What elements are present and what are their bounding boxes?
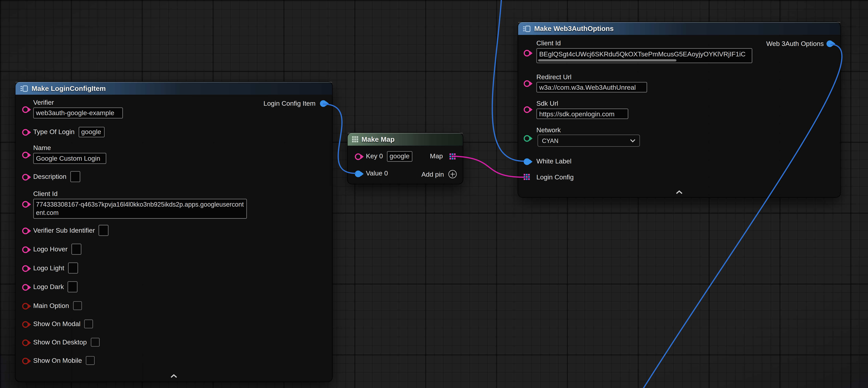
verifier-sub-identifier-input[interactable]: [99, 225, 109, 236]
redirect-url-input[interactable]: w3a://com.w3a.Web3AuthUnreal: [536, 82, 647, 92]
show-on-modal-pin[interactable]: [22, 321, 29, 328]
network-label: Network: [536, 126, 561, 134]
type-of-login-label: Type Of Login: [33, 128, 75, 136]
client-id-scrollbar[interactable]: [538, 59, 676, 61]
show-on-desktop-pin[interactable]: [22, 339, 29, 346]
name-label: Name: [33, 144, 106, 152]
chevron-down-icon: [630, 139, 636, 142]
node-make-web3auth-options[interactable]: Make Web3AuthOptions Client Id BEglQSgt4…: [518, 22, 840, 197]
logo-hover-input[interactable]: [71, 244, 82, 255]
verifier-label: Verifier: [33, 98, 123, 106]
show-on-modal-label: Show On Modal: [33, 320, 81, 328]
node-header[interactable]: Make LoginConfigItem: [16, 82, 332, 95]
show-on-mobile-label: Show On Mobile: [33, 357, 82, 364]
collapse-chevron-icon[interactable]: [676, 187, 683, 197]
main-option-label: Main Option: [33, 302, 69, 309]
key-0-input[interactable]: google: [387, 151, 412, 161]
white-label-pin[interactable]: [524, 158, 530, 165]
logo-hover-pin[interactable]: [22, 246, 29, 253]
login-config-pin[interactable]: [524, 174, 530, 180]
node-title: Make Web3AuthOptions: [534, 25, 614, 32]
login-config-item-output-label: Login Config Item: [264, 100, 315, 108]
verifier-sub-identifier-pin[interactable]: [22, 228, 29, 234]
add-pin-label: Add pin: [422, 171, 444, 178]
client-id-label: Client Id: [536, 39, 752, 47]
redirect-url-pin[interactable]: [524, 80, 530, 87]
key-0-pin[interactable]: [355, 153, 362, 160]
logo-hover-label: Logo Hover: [33, 245, 68, 253]
show-on-desktop-label: Show On Desktop: [33, 338, 87, 346]
sdk-url-pin[interactable]: [524, 106, 530, 113]
key-0-label: Key 0: [366, 152, 383, 160]
verifier-sub-identifier-label: Verifier Sub Identifier: [33, 227, 95, 234]
node-header[interactable]: Make Web3AuthOptions: [518, 22, 840, 35]
login-config-label: Login Config: [536, 173, 574, 181]
name-pin[interactable]: [22, 152, 29, 158]
client-id-label: Client Id: [33, 190, 247, 198]
white-label-label: White Label: [536, 157, 571, 165]
type-of-login-input[interactable]: google: [79, 126, 104, 137]
type-of-login-pin[interactable]: [22, 129, 29, 136]
client-id-pin[interactable]: [524, 50, 530, 57]
node-title: Make Map: [362, 136, 395, 143]
logo-light-label: Logo Light: [33, 264, 64, 272]
client-id-input[interactable]: BEglQSgt4cUWcj6SKRdu5QkOXTsePmMcusG5EAoy…: [536, 48, 752, 63]
map-container-icon: [352, 136, 358, 142]
web3auth-options-output-label: Web 3Auth Options: [766, 40, 824, 48]
network-dropdown[interactable]: CYAN: [537, 135, 640, 147]
wire-map-to-login-config[interactable]: [452, 156, 524, 177]
map-output-pin[interactable]: [450, 153, 456, 159]
make-struct-icon: [523, 25, 531, 32]
main-option-checkbox[interactable]: [73, 301, 82, 310]
name-input[interactable]: Google Custom Login: [33, 153, 106, 164]
description-label: Description: [33, 173, 67, 180]
network-pin[interactable]: [524, 135, 530, 142]
blueprint-graph-canvas[interactable]: Make LoginConfigItem Verifier web3auth-g…: [0, 0, 868, 388]
verifier-pin[interactable]: [22, 106, 29, 113]
logo-dark-input[interactable]: [68, 281, 78, 292]
logo-light-input[interactable]: [68, 262, 78, 273]
map-output-label: Map: [430, 152, 443, 160]
client-id-input[interactable]: 774338308167-q463s7kpvja16l4l0kko3nb925i…: [33, 199, 247, 219]
node-make-login-config-item[interactable]: Make LoginConfigItem Verifier web3auth-g…: [16, 82, 332, 382]
node-header[interactable]: Make Map: [348, 133, 463, 146]
value-0-label: Value 0: [366, 169, 388, 177]
node-make-map[interactable]: Make Map Key 0 google Value 0 Map Add pi…: [348, 133, 463, 184]
web3auth-options-output-pin[interactable]: [827, 40, 833, 47]
client-id-pin[interactable]: [22, 201, 29, 208]
logo-dark-label: Logo Dark: [33, 283, 64, 291]
collapse-chevron-icon[interactable]: [170, 370, 178, 381]
node-title: Make LoginConfigItem: [32, 84, 106, 92]
show-on-mobile-checkbox[interactable]: [86, 356, 95, 365]
description-pin[interactable]: [22, 174, 29, 181]
show-on-modal-checkbox[interactable]: [84, 320, 93, 328]
make-struct-icon: [20, 85, 28, 92]
redirect-url-label: Redirect Url: [536, 73, 647, 81]
logo-light-pin[interactable]: [22, 265, 29, 272]
login-config-item-output-pin[interactable]: [320, 100, 327, 107]
sdk-url-label: Sdk Url: [536, 100, 628, 108]
add-pin-button[interactable]: [448, 170, 457, 178]
description-input[interactable]: [70, 171, 81, 182]
show-on-desktop-checkbox[interactable]: [91, 338, 99, 347]
verifier-input[interactable]: web3auth-google-example: [33, 108, 123, 118]
main-option-pin[interactable]: [22, 303, 29, 309]
sdk-url-input[interactable]: https://sdk.openlogin.com: [536, 109, 628, 119]
value-0-pin[interactable]: [355, 171, 362, 177]
logo-dark-pin[interactable]: [22, 284, 29, 291]
show-on-mobile-pin[interactable]: [22, 358, 29, 364]
